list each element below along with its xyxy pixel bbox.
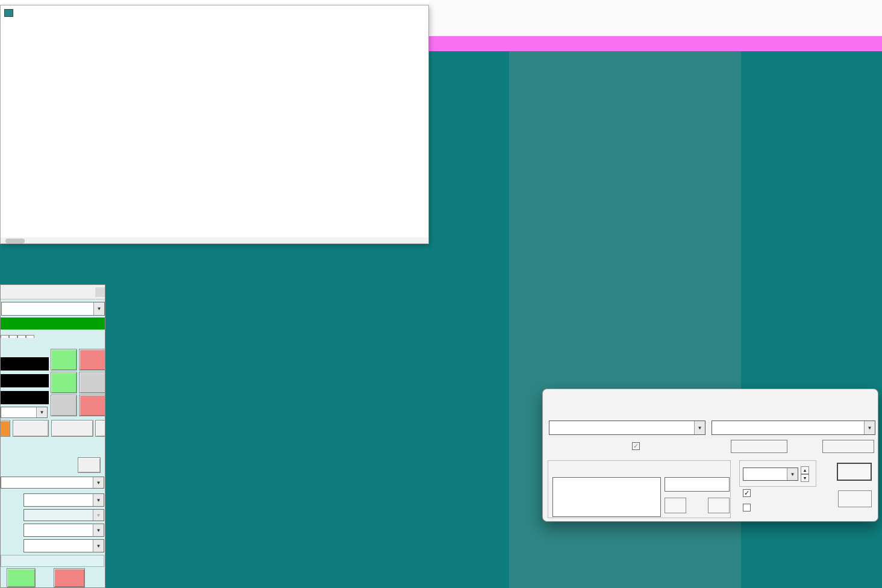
order-type-select[interactable]: ▼ <box>1 407 48 418</box>
m-button[interactable] <box>95 420 105 437</box>
tif-select[interactable]: ▼ <box>23 539 104 552</box>
tab-a[interactable] <box>26 335 34 338</box>
stepper-up-icon[interactable]: ▲ <box>801 466 809 474</box>
be-button[interactable] <box>78 457 101 473</box>
reverse-button[interactable] <box>13 420 49 437</box>
misc-field[interactable] <box>1 555 104 567</box>
price-field-1[interactable] <box>1 357 49 371</box>
jump-method-listbox[interactable] <box>552 477 661 517</box>
tab-set[interactable] <box>9 335 17 338</box>
attached-order-select[interactable]: ▼ <box>1 477 104 489</box>
flatten-button[interactable] <box>0 420 10 437</box>
speed-select[interactable]: ▼ <box>743 468 798 481</box>
disabled-select: ▼ <box>23 509 104 521</box>
close-icon[interactable] <box>95 287 105 297</box>
quantity-preset-row <box>0 440 105 456</box>
accent-bar <box>429 36 882 51</box>
chevron-down-icon[interactable]: ▼ <box>864 421 875 434</box>
chevron-down-icon[interactable]: ▼ <box>93 494 104 506</box>
chevron-down-icon[interactable]: ▼ <box>93 302 104 315</box>
sell-ask-button[interactable] <box>79 372 105 393</box>
chevron-down-icon[interactable]: ▼ <box>93 540 104 552</box>
skip-empty-checkbox[interactable]: ✓ <box>743 489 751 497</box>
limit-price-select[interactable]: ▼ <box>23 493 104 507</box>
quantity-select[interactable]: ▼ <box>23 524 104 537</box>
trade-window: ▼ ▼ ▼ ▼ ▼ ▼ ▼ <box>0 284 105 588</box>
stop-button[interactable] <box>838 490 872 507</box>
top-toolbar <box>429 0 882 36</box>
time-field[interactable] <box>822 440 874 453</box>
alert-manager-window <box>0 5 429 244</box>
chevron-down-icon[interactable]: ▼ <box>93 524 104 536</box>
alert-manager-titlebar[interactable] <box>1 5 428 20</box>
alert-manager-menubar <box>1 20 428 36</box>
replay-mode-select[interactable]: ▼ <box>712 421 875 435</box>
alert-hscrollbar[interactable] <box>1 237 429 244</box>
chevron-down-icon[interactable]: ▼ <box>93 477 104 488</box>
buy-bid-button[interactable] <box>51 395 77 416</box>
start-paused-checkbox[interactable] <box>743 504 751 511</box>
jump-back-button[interactable] <box>665 498 686 513</box>
chevron-down-icon: ▼ <box>93 510 104 521</box>
sell-mkt-button[interactable] <box>79 349 105 371</box>
cancel-all-button[interactable] <box>51 420 93 437</box>
charts-to-replay-select[interactable]: ▼ <box>549 421 705 435</box>
stepper-down-icon[interactable]: ▼ <box>801 474 809 482</box>
use-start-checkbox[interactable]: ✓ <box>632 442 640 450</box>
buy-button[interactable] <box>7 568 36 587</box>
replay-dialog: ▼ ▼ ✓ ▼ ▲ ▼ ✓ <box>542 389 878 522</box>
account-preset-select[interactable]: ▼ <box>1 302 105 316</box>
trade-window-titlebar[interactable] <box>1 285 105 299</box>
buy-ask-button[interactable] <box>51 372 77 393</box>
sell-bid-button[interactable] <box>79 395 105 416</box>
tab-targets[interactable] <box>1 335 9 338</box>
unit-field[interactable] <box>665 477 730 492</box>
chevron-down-icon[interactable]: ▼ <box>36 407 47 418</box>
trade-tabs <box>1 331 105 345</box>
jump-forward-button[interactable] <box>708 498 730 513</box>
app-icon <box>4 9 13 17</box>
chevron-down-icon[interactable]: ▼ <box>787 468 798 480</box>
sell-button[interactable] <box>54 568 85 587</box>
chevron-down-icon[interactable]: ▼ <box>694 421 705 434</box>
price-field-2[interactable] <box>1 374 49 387</box>
price-field-3[interactable] <box>1 391 49 404</box>
play-button[interactable] <box>837 463 872 481</box>
speed-stepper[interactable]: ▲ ▼ <box>801 466 809 482</box>
alert-table <box>1 36 429 237</box>
tab-c[interactable] <box>17 335 26 338</box>
scrollbar-thumb[interactable] <box>5 239 25 243</box>
date-field[interactable] <box>731 440 787 453</box>
targets-banner <box>1 317 105 330</box>
buy-mkt-button[interactable] <box>51 349 77 371</box>
